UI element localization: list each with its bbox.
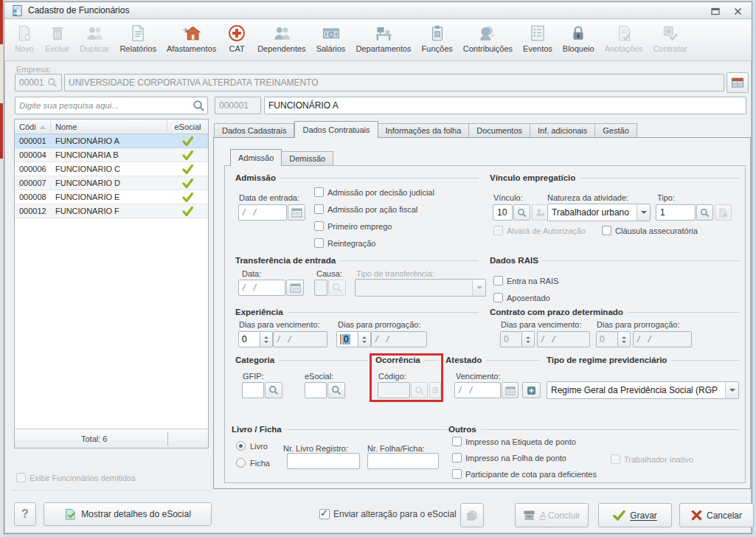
concluir-button[interactable]: A Concluir	[515, 503, 589, 527]
checkbox-box[interactable]	[319, 509, 330, 519]
tab-gestao[interactable]: Gestão	[595, 123, 637, 138]
radio-circle[interactable]	[236, 458, 246, 468]
cb-primeiro-emprego[interactable]: Primeiro emprego	[314, 221, 392, 231]
column-header-esocial[interactable]: eSocial	[167, 119, 208, 134]
vinculo-field[interactable]: 10	[493, 204, 513, 221]
selected-name-field[interactable]: FUNCIONÁRIO A	[264, 97, 746, 114]
cb-entra-na-rais[interactable]: Entra na RAIS	[493, 276, 558, 285]
toolbar-salarios[interactable]: Salários	[311, 21, 351, 55]
data-entrada-calendar-button[interactable]	[288, 204, 305, 221]
close-icon[interactable]	[729, 5, 746, 17]
cb-trabalhador-inativo[interactable]: Trabalhador inativo	[611, 454, 693, 464]
nr-livro-field[interactable]	[287, 453, 360, 469]
toolbar-excluir[interactable]: Excluir	[40, 21, 74, 55]
tipo-search-button[interactable]	[696, 204, 713, 221]
search-icon[interactable]	[47, 77, 58, 88]
exp-prorrog-spinner[interactable]: 0	[336, 331, 371, 347]
checkbox-box[interactable]	[493, 276, 503, 285]
show-esocial-details-button[interactable]: Mostrar detalhes do eSocial	[44, 502, 212, 526]
radio-livro[interactable]: Livro	[236, 441, 268, 451]
tab-dados-contratuais[interactable]: Dados Contratuais	[294, 121, 378, 138]
checkbox-box[interactable]	[493, 293, 503, 302]
exp-venc-spinner[interactable]: 0	[238, 331, 273, 347]
cb-reintegracao[interactable]: Reintegração	[314, 238, 375, 248]
vinculo-person-add-button[interactable]	[532, 204, 549, 221]
transfer-calendar-button[interactable]	[286, 280, 304, 296]
radio-circle[interactable]	[236, 441, 246, 451]
toolbar-contribuicoes[interactable]: Contribuições	[458, 21, 518, 55]
transfer-data-field[interactable]: / /	[238, 280, 285, 296]
chevron-down-icon[interactable]	[725, 382, 738, 398]
cb-impresso-folha[interactable]: Impresso na Folha de ponto	[452, 453, 566, 462]
table-row[interactable]: 000008FUNCIONARIO E	[15, 190, 208, 204]
gravar-button[interactable]: Gravar	[598, 503, 672, 527]
toolbar-bloqueio[interactable]: Bloqueio	[558, 21, 600, 55]
toolbar-funcoes[interactable]: Funções	[417, 21, 458, 55]
atestado-add-button[interactable]	[522, 382, 541, 398]
contrato-venc-spinner[interactable]: 0	[500, 331, 535, 347]
tab-dados-cadastrais[interactable]: Dados Cadastrais	[214, 123, 294, 138]
cb-aposentado[interactable]: Aposentado	[493, 293, 550, 302]
help-button[interactable]: ?	[14, 502, 36, 526]
toolbar-novo[interactable]: Novo	[9, 21, 40, 55]
checkbox-box[interactable]	[602, 226, 611, 235]
ocorrencia-list-button[interactable]	[429, 382, 441, 398]
table-row[interactable]: 000004FUNCIONARIA B	[15, 148, 208, 162]
toolbar-contratar[interactable]: Contratar	[648, 21, 693, 55]
vinculo-search-button[interactable]	[513, 204, 530, 221]
toolbar-departamentos[interactable]: Departamentos	[350, 21, 416, 55]
tab-inf-adicionais[interactable]: Inf. adicionais	[530, 123, 595, 138]
minimize-icon[interactable]	[707, 5, 724, 17]
tab-documentos[interactable]: Documentos	[469, 123, 530, 138]
categoria-esocial-search-button[interactable]	[327, 382, 345, 398]
spinner-arrows[interactable]	[522, 331, 535, 347]
toolbar-relatorios[interactable]: Relatórios	[114, 21, 162, 55]
regime-select[interactable]: Regime Geral da Previdência Social (RGP	[547, 381, 739, 399]
atestado-calendar-button[interactable]	[502, 382, 519, 398]
atestado-vencimento-field[interactable]: / /	[454, 382, 501, 398]
cb-alvara-autorizacao[interactable]: Alvará de Autorização	[493, 226, 586, 235]
checkbox-box[interactable]	[611, 454, 620, 464]
toolbar-cat[interactable]: CAT	[221, 21, 252, 55]
natureza-select[interactable]: Trabalhador urbano	[547, 204, 651, 221]
cb-enviar-esocial[interactable]: Enviar alteração para o eSocial	[319, 509, 457, 519]
spinner-arrows[interactable]	[358, 331, 371, 347]
chevron-down-icon[interactable]	[637, 204, 650, 221]
checkbox-box[interactable]	[452, 469, 462, 479]
cb-impresso-etiqueta[interactable]: Impresso na Etiqueta de ponto	[452, 437, 576, 446]
checkbox-box[interactable]	[452, 437, 462, 446]
toolbar-dependentes[interactable]: Dependentes	[252, 21, 311, 55]
causa-search-button[interactable]	[328, 280, 346, 296]
cb-clausula-assecuratoria[interactable]: Cláusula assecuratória	[602, 226, 698, 235]
checkbox-box[interactable]	[16, 473, 26, 482]
checkbox-box[interactable]	[452, 453, 462, 462]
column-header-codigo[interactable]: Códi	[15, 119, 51, 134]
tipo-doc-add-button[interactable]	[715, 204, 732, 221]
empresa-code-field[interactable]: 00001	[15, 74, 62, 91]
subtab-demissao[interactable]: Demissão	[282, 151, 333, 166]
cancelar-button[interactable]: Cancelar	[679, 503, 754, 527]
subtab-admissao[interactable]: Admissão	[230, 149, 282, 166]
table-row[interactable]: 000001FUNCIONÁRIO A	[15, 134, 208, 148]
gfip-search-button[interactable]	[265, 382, 282, 398]
company-window-button[interactable]	[726, 72, 749, 93]
tipo-transferencia-select[interactable]	[355, 279, 486, 297]
tipo-field[interactable]: 1	[656, 204, 696, 221]
cb-admissao-acao-fiscal[interactable]: Admissão por ação fiscal	[314, 204, 417, 214]
toolbar-anotacoes[interactable]: Anotações	[600, 21, 648, 55]
copy-pages-button[interactable]	[460, 503, 484, 527]
column-header-nome[interactable]: Nome	[51, 119, 167, 134]
search-icon[interactable]	[193, 100, 205, 112]
checkbox-box[interactable]	[314, 187, 324, 197]
checkbox-box[interactable]	[493, 226, 503, 235]
checkbox-box[interactable]	[314, 204, 324, 214]
table-row[interactable]: 000012FUNCIONARIO F	[15, 204, 208, 218]
show-dismissed-checkbox[interactable]: Exibir Funcionários demitidos	[16, 473, 136, 482]
contrato-prorrog-spinner[interactable]: 0	[596, 331, 631, 347]
gfip-field[interactable]	[242, 382, 264, 398]
cb-participante-cota[interactable]: Participante de cota para deficientes	[452, 469, 597, 479]
nr-folha-field[interactable]	[367, 453, 439, 469]
toolbar-duplicar[interactable]: Duplicar	[74, 21, 114, 55]
spinner-arrows[interactable]	[260, 331, 273, 347]
checkbox-box[interactable]	[314, 221, 324, 231]
